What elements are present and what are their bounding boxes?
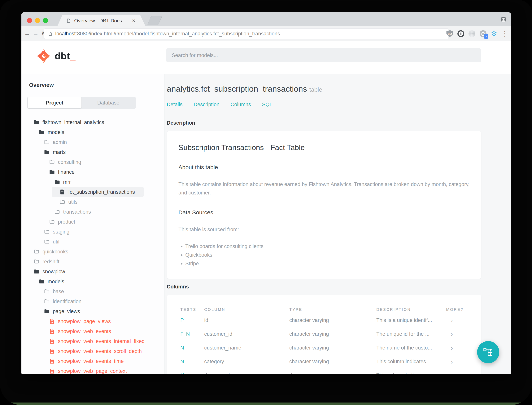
table-row[interactable]: N customer_name character varying The na… [180,341,481,355]
snowflake-extension-icon[interactable]: ❄ [491,30,497,37]
toolbar-extensions: uO x ❄ ⋮ [446,26,508,41]
sources-list: Trello boards for consulting clients Qui… [178,242,470,268]
back-button[interactable]: ← [23,30,31,37]
tree-item-folder[interactable]: product [29,217,144,227]
file-outline-icon [49,368,55,374]
tree-item-folder[interactable]: admin [29,137,144,147]
tree-item-folder[interactable]: finance [29,167,144,177]
column-description: This column indicates ... [376,359,446,364]
column-type: date [289,372,376,374]
close-tab-icon[interactable]: × [132,18,135,24]
tree-item-folder[interactable]: mrr [29,177,144,187]
tree-item-model[interactable]: snowplow_web_events_scroll_depth [29,346,144,356]
column-name: id [204,317,289,323]
col-header-column: COLUMN [204,307,289,312]
tree-item-folder[interactable]: staging [29,227,144,237]
tab-project[interactable]: Project [28,97,81,108]
nav-sql-link[interactable]: SQL [262,102,272,108]
tree-item-folder[interactable]: base [29,287,144,297]
folder-open-icon [39,279,45,284]
browser-tab[interactable]: Overview - DBT Docs × [57,15,145,26]
expand-row-chevron[interactable]: › [446,344,481,351]
tree-item-label: base [53,289,64,295]
extension-icon[interactable] [468,30,475,37]
expand-row-chevron[interactable]: › [446,358,481,365]
nav-columns-link[interactable]: Columns [231,102,251,108]
nav-details-link[interactable]: Details [167,102,183,108]
folder-closed-icon [34,259,39,264]
tree-item-folder[interactable]: identification [29,297,144,306]
tree-item-folder[interactable]: models [29,277,144,287]
table-row[interactable]: P id character varying This is a unique … [180,313,481,327]
folder-open-icon [44,309,50,314]
file-outline-icon [49,358,55,364]
tree-item-model[interactable]: snowplow_web_events_time [29,356,144,366]
address-bar[interactable]: localhost:8080/index.html#!/model/model.… [44,28,448,39]
table-row[interactable]: N date_month date This column indicates … [180,368,481,374]
about-text: This table contains information about re… [178,180,470,197]
tree-item-model[interactable]: snowplow_web_events_internal_fixed [29,336,144,346]
ublock-extension-icon[interactable]: uO [446,30,453,37]
tree-item-label: fct_subscription_transactions [68,189,135,195]
page-favicon [66,18,71,23]
folder-closed-icon [44,299,50,304]
folder-open-icon [44,149,50,155]
tree-item-folder[interactable]: quickbooks [29,247,144,257]
source-item: Stripe [185,259,470,268]
tree-item-model[interactable]: snowplow_web_page_context [29,366,144,374]
table-row[interactable]: F N customer_id character varying The un… [180,327,481,341]
tree-item-folder[interactable]: models [29,127,144,137]
minimize-window-button[interactable] [35,18,40,23]
lineage-graph-button[interactable] [477,341,499,363]
dbt-logo-icon [36,49,51,64]
search-input[interactable] [166,53,481,58]
tree-item-folder[interactable]: utils [29,197,144,207]
tree-item-folder[interactable]: page_views [29,306,144,316]
col-header-tests: TESTS [180,307,204,312]
tree-item-folder[interactable]: redshift [29,257,144,267]
password-extension-icon[interactable] [457,30,464,37]
new-tab-button[interactable] [147,16,162,25]
folder-closed-icon [44,229,50,235]
profile-icon[interactable] [501,17,506,22]
expand-row-chevron[interactable]: › [446,330,481,338]
tab-database[interactable]: Database [81,97,135,108]
table-row[interactable]: N category character varying This column… [180,355,481,368]
tree-item-label: finance [58,169,75,175]
tree-item-model[interactable]: snowplow_web_events [29,326,144,336]
expand-row-chevron[interactable]: › [446,317,481,324]
folder-closed-icon [44,289,50,294]
dbt-logo-cursor: _ [70,51,76,62]
doc-title: Subscription Transactions - Fact Table [178,143,470,152]
description-card: Subscription Transactions - Fact Table A… [167,131,481,279]
tree-item-folder[interactable]: transactions [29,207,144,217]
tree-item-folder[interactable]: snowplow [29,267,144,277]
tree-item-label: snowplow_web_events_scroll_depth [58,348,142,354]
about-heading: About this table [178,164,470,170]
zoom-window-button[interactable] [43,18,48,23]
sidebar-overview-link[interactable]: Overview [29,82,164,88]
tab-title: Overview - DBT Docs [74,18,131,24]
dbt-logo-text: dbt [55,51,70,62]
sources-intro: This table is sourced from: [178,225,470,234]
tree-item-folder[interactable]: util [29,237,144,247]
power-extension-icon[interactable]: x [479,30,486,37]
forward-button[interactable]: → [31,30,40,37]
tree-item-label: utils [68,199,78,205]
folder-closed-icon [44,239,50,245]
tree-item-folder[interactable]: marts [29,147,144,157]
expand-row-chevron[interactable]: › [446,372,481,374]
dbt-logo[interactable]: dbt_ [36,49,76,64]
tree-item-folder[interactable]: consulting [29,157,144,167]
browser-menu-icon[interactable]: ⋮ [501,30,508,37]
main-content: analytics.fct_subscription_transactionst… [164,74,511,374]
close-window-button[interactable] [27,18,32,23]
tree-item-label: mrr [63,179,71,185]
folder-closed-icon [44,139,50,145]
folder-closed-icon [59,199,65,205]
tree-item-model-selected[interactable]: fct_subscription_transactions [52,187,144,197]
tree-item-model[interactable]: snowplow_page_views [29,316,144,326]
tree-item-folder[interactable]: fishtown_internal_analytics [29,117,144,127]
file-outline-icon [49,338,55,344]
nav-description-link[interactable]: Description [194,102,220,108]
